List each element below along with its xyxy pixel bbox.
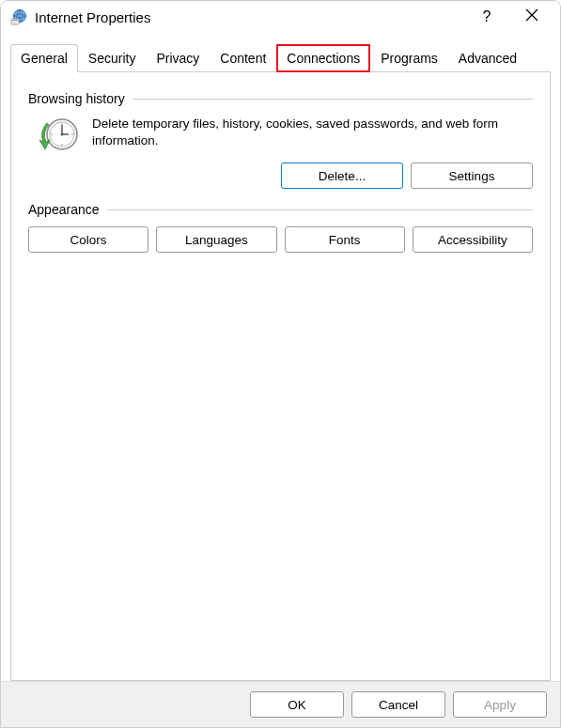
cancel-button[interactable]: Cancel	[351, 691, 445, 718]
settings-button[interactable]: Settings	[411, 163, 533, 189]
apply-button[interactable]: Apply	[453, 691, 547, 718]
delete-button[interactable]: Delete...	[281, 163, 403, 189]
group-divider	[132, 99, 533, 100]
svg-point-13	[61, 123, 63, 125]
tab-content[interactable]: Content	[210, 44, 276, 72]
svg-rect-3	[12, 20, 18, 21]
appearance-title: Appearance	[28, 202, 100, 217]
tab-strip: General Security Privacy Content Connect…	[1, 31, 560, 72]
browsing-history-description: Delete temporary files, history, cookies…	[92, 116, 533, 155]
fonts-button[interactable]: Fonts	[285, 226, 405, 253]
tab-security[interactable]: Security	[78, 44, 147, 72]
ok-button[interactable]: OK	[250, 691, 344, 718]
internet-options-icon	[10, 8, 27, 25]
help-icon[interactable]: ?	[468, 8, 506, 25]
svg-point-16	[71, 133, 73, 135]
browsing-history-title: Browsing history	[28, 91, 125, 106]
tab-general[interactable]: General	[10, 44, 78, 72]
svg-point-14	[61, 144, 63, 146]
browsing-history-group: Browsing history	[28, 91, 533, 189]
accessibility-button[interactable]: Accessibility	[413, 226, 533, 253]
tab-connections[interactable]: Connections	[276, 44, 370, 72]
svg-rect-4	[12, 22, 18, 23]
history-clock-icon	[36, 116, 81, 155]
internet-properties-dialog: Internet Properties ? General Security P…	[0, 0, 561, 728]
svg-rect-5	[12, 23, 16, 24]
close-icon[interactable]	[513, 8, 551, 25]
svg-point-12	[61, 133, 64, 136]
dialog-footer: OK Cancel Apply	[1, 681, 560, 727]
tab-privacy[interactable]: Privacy	[146, 44, 210, 72]
titlebar: Internet Properties ?	[1, 1, 560, 31]
window-title: Internet Properties	[35, 9, 460, 25]
group-divider	[107, 209, 533, 210]
tab-programs[interactable]: Programs	[370, 44, 448, 72]
languages-button[interactable]: Languages	[156, 226, 276, 253]
tab-advanced[interactable]: Advanced	[448, 44, 527, 72]
colors-button[interactable]: Colors	[28, 226, 148, 253]
svg-point-15	[51, 133, 53, 135]
appearance-group: Appearance Colors Languages Fonts Access…	[28, 202, 533, 253]
tab-content-panel: Browsing history	[10, 72, 551, 681]
